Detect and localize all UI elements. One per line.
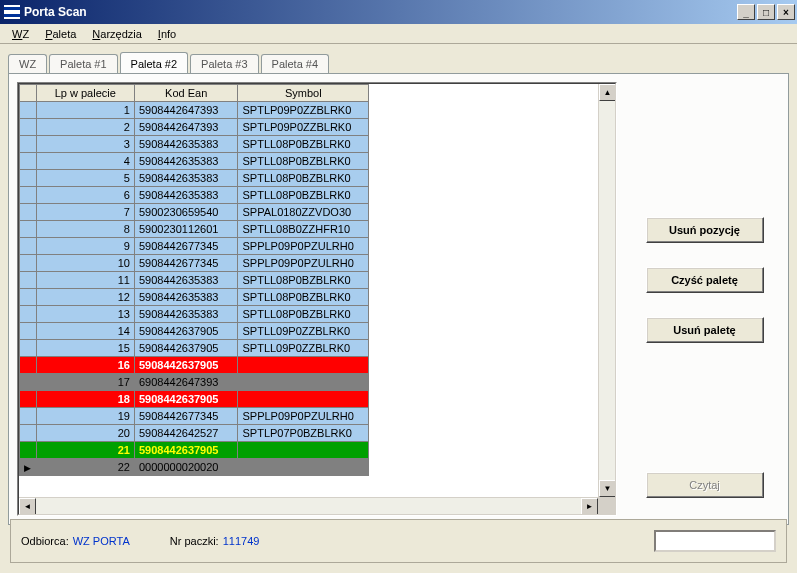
tab-paleta-4[interactable]: Paleta #4 bbox=[261, 54, 329, 73]
cell-lp[interactable]: 18 bbox=[36, 391, 134, 408]
scroll-down-icon[interactable]: ▼ bbox=[599, 480, 616, 497]
table-row[interactable]: 65908442635383SPTLL08P0BZBLRK0 bbox=[20, 187, 369, 204]
cell-lp[interactable]: 12 bbox=[36, 289, 134, 306]
cell-sym[interactable] bbox=[238, 391, 369, 408]
clear-pallet-button[interactable]: Czyść paletę bbox=[646, 267, 764, 293]
table-row[interactable]: 125908442635383SPTLL08P0BZBLRK0 bbox=[20, 289, 369, 306]
cell-sym[interactable]: SPPLP09P0PZULRH0 bbox=[238, 255, 369, 272]
cell-ean[interactable]: 5908442637905 bbox=[134, 357, 238, 374]
cell-sym[interactable]: SPTLL08P0BZBLRK0 bbox=[238, 289, 369, 306]
cell-lp[interactable]: 13 bbox=[36, 306, 134, 323]
col-header-lp[interactable]: Lp w palecie bbox=[36, 85, 134, 102]
cell-ean[interactable]: 5908442637905 bbox=[134, 323, 238, 340]
cell-ean[interactable]: 5908442642527 bbox=[134, 425, 238, 442]
table-row[interactable]: ▶220000000020020 bbox=[20, 459, 369, 476]
table-row[interactable]: 205908442642527SPTLP07P0BZBLRK0 bbox=[20, 425, 369, 442]
cell-lp[interactable]: 6 bbox=[36, 187, 134, 204]
cell-sym[interactable]: SPTLL08P0BZBLRK0 bbox=[238, 187, 369, 204]
cell-ean[interactable]: 5900230659540 bbox=[134, 204, 238, 221]
table-row[interactable]: 215908442637905 bbox=[20, 442, 369, 459]
cell-sym[interactable]: SPTLP09P0ZZBLRK0 bbox=[238, 119, 369, 136]
table-row[interactable]: 95908442677345SPPLP09P0PZULRH0 bbox=[20, 238, 369, 255]
table-row[interactable]: 55908442635383SPTLL08P0BZBLRK0 bbox=[20, 170, 369, 187]
cell-lp[interactable]: 2 bbox=[36, 119, 134, 136]
close-button[interactable]: × bbox=[777, 4, 795, 20]
cell-sym[interactable]: SPTLL08P0BZBLRK0 bbox=[238, 306, 369, 323]
menu-info[interactable]: Info bbox=[150, 26, 184, 42]
cell-lp[interactable]: 14 bbox=[36, 323, 134, 340]
tab-paleta-2[interactable]: Paleta #2 bbox=[120, 52, 188, 74]
scroll-left-icon[interactable]: ◄ bbox=[19, 498, 36, 515]
horizontal-scrollbar[interactable]: ◄ ► bbox=[19, 497, 598, 514]
table-row[interactable]: 145908442637905SPTLL09P0ZZBLRK0 bbox=[20, 323, 369, 340]
cell-ean[interactable]: 5908442677345 bbox=[134, 255, 238, 272]
table-row[interactable]: 195908442677345SPPLP09P0PZULRH0 bbox=[20, 408, 369, 425]
menu-wz[interactable]: WZ bbox=[4, 26, 37, 42]
table-row[interactable]: 85900230112601SPTLL08B0ZZHFR10 bbox=[20, 221, 369, 238]
remove-pallet-button[interactable]: Usuń paletę bbox=[646, 317, 764, 343]
cell-sym[interactable] bbox=[238, 357, 369, 374]
table-row[interactable]: 165908442637905 bbox=[20, 357, 369, 374]
cell-lp[interactable]: 3 bbox=[36, 136, 134, 153]
cell-lp[interactable]: 10 bbox=[36, 255, 134, 272]
cell-sym[interactable]: SPPLP09P0PZULRH0 bbox=[238, 408, 369, 425]
cell-sym[interactable]: SPTLL08P0BZBLRK0 bbox=[238, 136, 369, 153]
cell-ean[interactable]: 5908442635383 bbox=[134, 136, 238, 153]
cell-sym[interactable]: SPTLL08B0ZZHFR10 bbox=[238, 221, 369, 238]
cell-lp[interactable]: 22 bbox=[36, 459, 134, 476]
cell-sym[interactable]: SPTLP09P0ZZBLRK0 bbox=[238, 102, 369, 119]
cell-ean[interactable]: 5908442637905 bbox=[134, 442, 238, 459]
data-grid[interactable]: Lp w palecie Kod Ean Symbol 159084426473… bbox=[17, 82, 617, 516]
footer-input[interactable] bbox=[654, 530, 776, 552]
table-row[interactable]: 185908442637905 bbox=[20, 391, 369, 408]
tab-wz[interactable]: WZ bbox=[8, 54, 47, 73]
table-row[interactable]: 135908442635383SPTLL08P0BZBLRK0 bbox=[20, 306, 369, 323]
read-button[interactable]: Czytaj bbox=[646, 472, 764, 498]
remove-position-button[interactable]: Usuń pozycję bbox=[646, 217, 764, 243]
menu-narzedzia[interactable]: Narzędzia bbox=[84, 26, 150, 42]
table-row[interactable]: 35908442635383SPTLL08P0BZBLRK0 bbox=[20, 136, 369, 153]
col-header-ean[interactable]: Kod Ean bbox=[134, 85, 238, 102]
cell-lp[interactable]: 5 bbox=[36, 170, 134, 187]
cell-lp[interactable]: 16 bbox=[36, 357, 134, 374]
cell-ean[interactable]: 5908442635383 bbox=[134, 306, 238, 323]
cell-lp[interactable]: 4 bbox=[36, 153, 134, 170]
scroll-right-icon[interactable]: ► bbox=[581, 498, 598, 515]
cell-ean[interactable]: 5908442637905 bbox=[134, 340, 238, 357]
cell-ean[interactable]: 5908442647393 bbox=[134, 102, 238, 119]
tab-paleta-3[interactable]: Paleta #3 bbox=[190, 54, 258, 73]
cell-sym[interactable]: SPTLL09P0ZZBLRK0 bbox=[238, 323, 369, 340]
cell-lp[interactable]: 19 bbox=[36, 408, 134, 425]
cell-ean[interactable]: 5908442637905 bbox=[134, 391, 238, 408]
table-row[interactable]: 25908442647393SPTLP09P0ZZBLRK0 bbox=[20, 119, 369, 136]
cell-sym[interactable]: SPTLL08P0BZBLRK0 bbox=[238, 170, 369, 187]
minimize-button[interactable]: _ bbox=[737, 4, 755, 20]
cell-sym[interactable] bbox=[238, 374, 369, 391]
table-row[interactable]: 75900230659540SPPAL0180ZZVDO30 bbox=[20, 204, 369, 221]
cell-sym[interactable]: SPPLP09P0PZULRH0 bbox=[238, 238, 369, 255]
col-header-sym[interactable]: Symbol bbox=[238, 85, 369, 102]
cell-sym[interactable]: SPTLP07P0BZBLRK0 bbox=[238, 425, 369, 442]
cell-lp[interactable]: 8 bbox=[36, 221, 134, 238]
cell-ean[interactable]: 0000000020020 bbox=[134, 459, 238, 476]
table-row[interactable]: 15908442647393SPTLP09P0ZZBLRK0 bbox=[20, 102, 369, 119]
table-row[interactable]: 176908442647393 bbox=[20, 374, 369, 391]
cell-sym[interactable]: SPTLL08P0BZBLRK0 bbox=[238, 272, 369, 289]
cell-ean[interactable]: 5908442635383 bbox=[134, 170, 238, 187]
cell-ean[interactable]: 5908442635383 bbox=[134, 187, 238, 204]
cell-ean[interactable]: 5908442635383 bbox=[134, 153, 238, 170]
cell-ean[interactable]: 6908442647393 bbox=[134, 374, 238, 391]
cell-lp[interactable]: 20 bbox=[36, 425, 134, 442]
cell-ean[interactable]: 5908442635383 bbox=[134, 289, 238, 306]
cell-sym[interactable]: SPPAL0180ZZVDO30 bbox=[238, 204, 369, 221]
table-row[interactable]: 155908442637905SPTLL09P0ZZBLRK0 bbox=[20, 340, 369, 357]
cell-lp[interactable]: 1 bbox=[36, 102, 134, 119]
cell-ean[interactable]: 5908442677345 bbox=[134, 238, 238, 255]
cell-lp[interactable]: 21 bbox=[36, 442, 134, 459]
table-row[interactable]: 105908442677345SPPLP09P0PZULRH0 bbox=[20, 255, 369, 272]
tab-paleta-1[interactable]: Paleta #1 bbox=[49, 54, 117, 73]
cell-lp[interactable]: 9 bbox=[36, 238, 134, 255]
cell-ean[interactable]: 5908442635383 bbox=[134, 272, 238, 289]
cell-sym[interactable]: SPTLL09P0ZZBLRK0 bbox=[238, 340, 369, 357]
cell-lp[interactable]: 17 bbox=[36, 374, 134, 391]
